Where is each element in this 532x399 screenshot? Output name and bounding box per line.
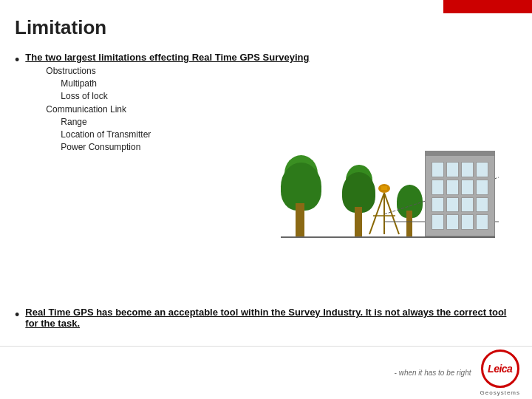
window	[461, 162, 474, 177]
tree1-trunk	[296, 203, 304, 236]
slide: Limitation • The two largest limitations…	[0, 0, 532, 399]
window	[461, 180, 474, 195]
window	[476, 162, 488, 177]
footer-tagline: - when it has to be right	[395, 369, 471, 377]
svg-line-2	[369, 193, 384, 234]
leica-logo: Leica Geosystems	[480, 349, 520, 396]
window	[476, 180, 488, 195]
sub-group-1: Obstructions Multipath Loss of lock	[46, 66, 309, 101]
window	[476, 214, 488, 230]
window	[446, 162, 459, 177]
leica-brand-text: Leica	[488, 363, 512, 375]
window	[446, 180, 459, 195]
sub-item-location: Location of Transmitter	[61, 129, 309, 140]
sub-item-multipath: Multipath	[61, 78, 309, 89]
window	[432, 180, 444, 195]
tree2-trunk	[355, 207, 362, 236]
sub-group-2: Communication Link Range Location of Tra…	[46, 104, 309, 152]
window	[476, 197, 488, 213]
window	[446, 214, 459, 230]
window	[432, 162, 444, 177]
sub-item-range: Range	[61, 117, 309, 127]
building	[425, 155, 495, 236]
window	[432, 214, 444, 230]
bullet-1-text: The two largest limitations effecting Re…	[25, 52, 309, 63]
leica-circle: Leica	[481, 349, 519, 388]
window	[432, 197, 444, 213]
bullet-2: • Real Time GPS has become an acceptable…	[15, 307, 517, 336]
sub-item-loss-of-lock: Loss of lock	[61, 91, 309, 101]
content-area: • The two largest limitations effecting …	[15, 52, 517, 340]
window	[446, 197, 459, 213]
top-bar	[443, 0, 532, 13]
window	[461, 197, 474, 213]
building-windows	[426, 156, 494, 236]
bullet-2-normal: for the task.	[25, 318, 80, 329]
sub-heading-obstructions: Obstructions	[46, 66, 309, 76]
tagline-text: - when it has to be right	[395, 369, 471, 377]
footer: - when it has to be right Leica Geosyste…	[0, 346, 532, 399]
bullet-2-text: Real Time GPS has become an acceptable t…	[25, 307, 506, 318]
illustration	[281, 118, 495, 266]
sub-heading-comms: Communication Link	[46, 104, 309, 115]
window	[461, 214, 474, 230]
bullet-2-bold: Real Time GPS has become an acceptable t…	[25, 307, 506, 318]
page-title: Limitation	[15, 16, 106, 39]
bullet-dot-1: •	[15, 52, 19, 68]
bullet-dot-2: •	[15, 307, 19, 323]
sub-item-power: Power Consumption	[61, 142, 309, 152]
geosystems-text: Geosystems	[480, 389, 520, 396]
ground-line	[281, 236, 495, 238]
bullet-2-continuation: for the task.	[25, 318, 506, 329]
